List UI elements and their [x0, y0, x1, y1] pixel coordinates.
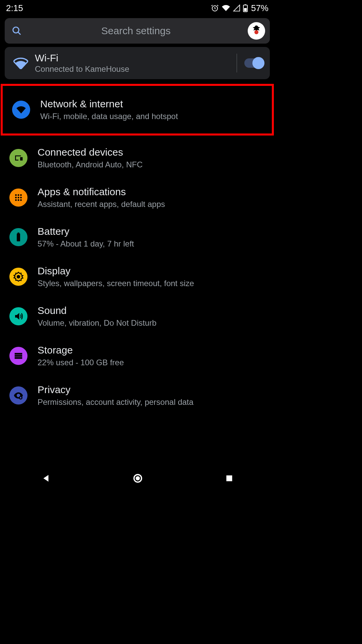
- row-texts: Apps & notificationsAssistant, recent ap…: [38, 186, 268, 209]
- row-texts: Battery57% - About 1 day, 7 hr left: [38, 225, 268, 249]
- row-texts: Storage22% used - 100 GB free: [38, 344, 268, 368]
- settings-row-sound[interactable]: SoundVolume, vibration, Do Not Disturb: [0, 297, 275, 336]
- svg-point-11: [18, 197, 19, 199]
- svg-point-25: [136, 476, 140, 481]
- svg-rect-16: [17, 233, 20, 241]
- row-title: Connected devices: [38, 146, 268, 158]
- status-right: 57%: [211, 3, 268, 13]
- svg-rect-17: [18, 232, 19, 234]
- settings-row-display[interactable]: DisplayStyles, wallpapers, screen timeou…: [0, 257, 275, 297]
- profile-avatar[interactable]: [248, 22, 265, 40]
- svg-point-9: [20, 194, 22, 196]
- settings-row-apps[interactable]: Apps & notificationsAssistant, recent ap…: [0, 178, 275, 217]
- svg-rect-2: [245, 4, 246, 5]
- svg-point-13: [15, 199, 17, 201]
- row-texts: SoundVolume, vibration, Do Not Disturb: [38, 305, 268, 328]
- devices-icon: [9, 149, 27, 167]
- svg-rect-20: [15, 355, 22, 357]
- row-subtitle: Volume, vibration, Do Not Disturb: [38, 318, 268, 328]
- toggle-thumb: [252, 57, 264, 69]
- row-title: Storage: [38, 344, 268, 356]
- storage-icon: [9, 347, 27, 365]
- svg-point-4: [13, 27, 19, 33]
- status-time: 2:15: [6, 3, 23, 13]
- settings-row-network[interactable]: Network & internetWi-Fi, mobile, data us…: [3, 90, 272, 129]
- svg-point-7: [15, 194, 17, 196]
- svg-point-6: [254, 30, 258, 34]
- row-title: Sound: [38, 305, 268, 317]
- wifi-icon: [13, 57, 35, 69]
- apps-icon: [9, 189, 27, 207]
- row-texts: Connected devicesBluetooth, Android Auto…: [38, 146, 268, 170]
- wifi-card-title: Wi-Fi: [35, 52, 234, 64]
- nav-back-button[interactable]: [41, 473, 51, 483]
- svg-point-10: [15, 197, 17, 199]
- cell-signal-icon: [233, 4, 240, 12]
- row-subtitle: Styles, wallpapers, screen timeout, font…: [38, 278, 268, 288]
- row-subtitle: Assistant, recent apps, default apps: [38, 199, 268, 209]
- divider: [237, 54, 237, 72]
- alarm-icon: [211, 4, 219, 12]
- svg-rect-23: [20, 397, 21, 398]
- settings-row-privacy[interactable]: PrivacyPermissions, account activity, pe…: [0, 376, 275, 415]
- settings-list: Network & internetWi-Fi, mobile, data us…: [0, 84, 275, 415]
- settings-row-storage[interactable]: Storage22% used - 100 GB free: [0, 336, 275, 376]
- wifi-card-texts: Wi-Fi Connected to KameHouse: [35, 52, 234, 74]
- row-title: Display: [38, 265, 268, 277]
- row-texts: Network & internetWi-Fi, mobile, data us…: [40, 98, 266, 121]
- row-texts: DisplayStyles, wallpapers, screen timeou…: [38, 265, 268, 288]
- svg-rect-21: [15, 357, 22, 359]
- wifi-toggle[interactable]: [244, 58, 264, 68]
- wifi-icon: [12, 101, 30, 119]
- row-subtitle: Permissions, account activity, personal …: [38, 397, 268, 407]
- search-settings[interactable]: Search settings: [5, 18, 270, 44]
- row-subtitle: Bluetooth, Android Auto, NFC: [38, 160, 268, 170]
- nav-recents-button[interactable]: [225, 474, 234, 483]
- battery-icon: [243, 4, 248, 12]
- sound-icon: [9, 307, 27, 325]
- row-texts: PrivacyPermissions, account activity, pe…: [38, 384, 268, 407]
- row-subtitle: 22% used - 100 GB free: [38, 358, 268, 368]
- svg-point-15: [20, 199, 22, 201]
- nav-home-button[interactable]: [133, 473, 143, 483]
- wifi-status-icon: [222, 4, 230, 12]
- nav-bar: [0, 468, 275, 488]
- settings-row-battery[interactable]: Battery57% - About 1 day, 7 hr left: [0, 217, 275, 257]
- settings-row-devices[interactable]: Connected devicesBluetooth, Android Auto…: [0, 138, 275, 178]
- row-title: Network & internet: [40, 98, 266, 110]
- row-title: Privacy: [38, 384, 268, 396]
- svg-rect-3: [244, 8, 247, 11]
- battery-icon: [9, 228, 27, 246]
- search-placeholder: Search settings: [24, 25, 248, 37]
- highlight-box: Network & internetWi-Fi, mobile, data us…: [1, 84, 274, 136]
- svg-point-18: [17, 275, 20, 278]
- row-subtitle: 57% - About 1 day, 7 hr left: [38, 239, 268, 249]
- status-bar: 2:15 57%: [0, 0, 275, 15]
- svg-point-8: [18, 194, 19, 196]
- brightness-icon: [9, 268, 27, 286]
- battery-percent: 57%: [251, 3, 268, 13]
- search-icon: [9, 26, 24, 36]
- row-subtitle: Wi-Fi, mobile, data usage, and hotspot: [40, 111, 266, 121]
- privacy-icon: [9, 386, 27, 405]
- wifi-quick-card[interactable]: Wi-Fi Connected to KameHouse: [5, 47, 270, 79]
- wifi-card-subtitle: Connected to KameHouse: [35, 64, 234, 74]
- row-title: Battery: [38, 225, 268, 237]
- row-title: Apps & notifications: [38, 186, 268, 198]
- svg-rect-26: [226, 475, 232, 481]
- svg-point-12: [20, 197, 22, 199]
- svg-rect-19: [15, 353, 22, 355]
- svg-point-14: [18, 199, 19, 201]
